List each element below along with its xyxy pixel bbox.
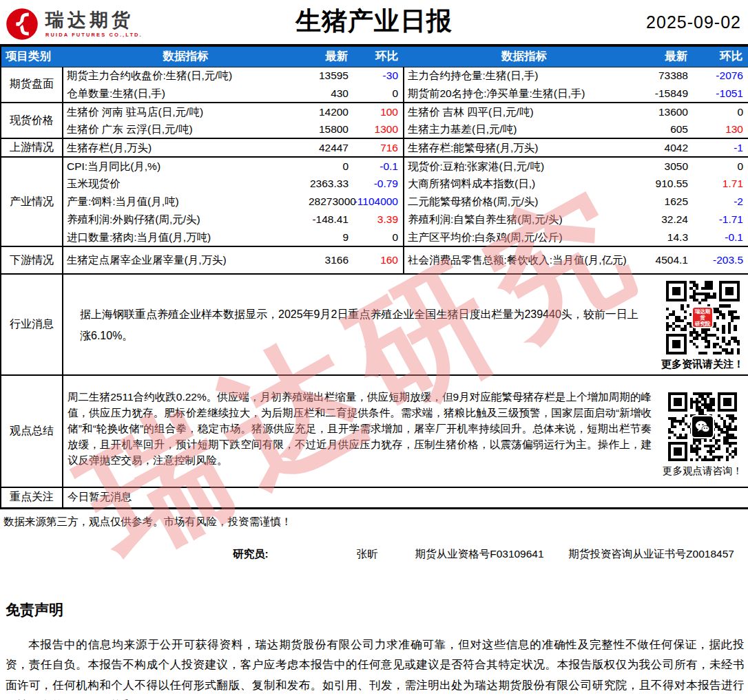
value-cell: 14200 <box>309 103 353 120</box>
column-header-latest-2: 最新 <box>645 47 693 67</box>
summary-text: 周二生猪2511合约收跌0.22%。供应端，月初养殖端出栏缩量，供应短期放缓，但… <box>63 385 657 478</box>
table-row: 现货价格 生猪价 河南 驻马店(日,元/吨) 14200 100 生猪价 吉林 … <box>1 103 748 120</box>
indicator-cell: 产量:饲料:当月值(月,吨) <box>63 193 309 211</box>
value-cell: 910.55 <box>645 175 693 193</box>
change-cell: -0.1 <box>693 229 748 246</box>
category-cell: 上游情况 <box>1 138 63 157</box>
indicator-cell: CPI:当月同比(月,%) <box>63 157 309 175</box>
indicator-cell: 养殖利润:外购仔猪(周,元/头) <box>63 211 309 229</box>
indicator-cell: 生猪价 广东 云浮(日,元/吨) <box>63 120 309 138</box>
brand-name: 瑞达期货 <box>45 11 143 30</box>
indicator-cell: 生猪定点屠宰企业屠宰量(月,万头) <box>63 246 309 274</box>
column-header-indicator-1: 数据指标 <box>63 47 309 67</box>
change-cell: 0 <box>693 157 748 175</box>
section-news: 行业消息 据上海钢联重点养殖企业样本数据显示，2025年9月2日重点养殖企业全国… <box>1 274 748 375</box>
indicator-cell: 期货主力合约收盘价:生猪(日,元/吨) <box>63 67 309 85</box>
column-header-category: 项目类别 <box>1 47 63 67</box>
change-cell: -0.1 <box>353 157 404 175</box>
column-header-latest-1: 最新 <box>309 47 353 67</box>
brand-subtitle: RUIDA FUTURES CO.,LTD. <box>45 32 143 38</box>
indicator-cell: 玉米现货价 <box>63 175 309 193</box>
section-summary: 观点总结 周二生猪2511合约收跌0.22%。供应端，月初养殖端出栏缩量，供应短… <box>1 375 748 487</box>
indicator-cell: 主产区平均价:白条鸡(周,元/公斤) <box>404 229 645 246</box>
qualification-number-2: 期货投资咨询从业证书号Z0018457 <box>569 547 734 562</box>
indicator-cell: 生猪价 河南 驻马店(日,元/吨) <box>63 103 309 120</box>
value-cell: 42447 <box>309 138 353 157</box>
category-cell: 重点关注 <box>1 487 63 508</box>
researcher-line: 研究员: 张昕 期货从业资格号F03109641 期货投资咨询从业证书号Z001… <box>233 547 748 562</box>
table-row: 产量:饲料:当月值(月,吨) 28273000 -1104000 二元能繁母猪价… <box>1 193 748 211</box>
news-cell: 据上海钢联重点养殖企业样本数据显示，2025年9月2日重点养殖企业全国生猪日度出… <box>63 274 748 375</box>
value-cell: 1625 <box>645 193 693 211</box>
table-row: 行业消息 据上海钢联重点养殖企业样本数据显示，2025年9月2日重点养殖企业全国… <box>1 274 748 375</box>
indicator-cell: 大商所猪饲料成本指数(日,) <box>404 175 645 193</box>
change-cell: -0.79 <box>353 175 404 193</box>
column-header-change-1: 环比 <box>353 47 404 67</box>
news-qr-code: 瑞达期货研究院 <box>666 281 740 354</box>
qualification-number-1: 期货从业资格号F03109641 <box>415 547 544 562</box>
change-cell: -1 <box>693 138 748 157</box>
indicator-cell: 生猪价 吉林 四平(日,元/吨) <box>404 103 645 120</box>
risk-note: 数据来源第三方，观点仅供参考。市场有风险，投资需谨慎！ <box>3 515 748 529</box>
brand-logo: 瑞达期货 RUIDA FUTURES CO.,LTD. <box>4 6 143 42</box>
category-cell: 下游情况 <box>1 246 63 274</box>
summary-qr-caption: 更多观点请咨询！ <box>663 465 742 478</box>
table-row: 产业情况 CPI:当月同比(月,%) 0 -0.1 现货价:豆粕:张家港(日,元… <box>1 157 748 175</box>
column-header-change-2: 环比 <box>693 47 748 67</box>
disclaimer-body: 本报告中的信息均来源于公开可获得资料，瑞达期货股份有限公司力求准确可靠，但对这些… <box>6 635 745 700</box>
category-cell: 观点总结 <box>1 375 63 487</box>
table-row: 仓单数量:生猪(日,手) 430 0 期货前20名持仓:净买单量:生猪(日,手)… <box>1 85 748 103</box>
value-cell: 15800 <box>309 120 353 138</box>
change-cell: -203.5 <box>693 246 748 274</box>
data-table: 项目类别 数据指标 最新 环比 数据指标 最新 环比 期货盘面 期货主力合约收盘… <box>0 47 748 509</box>
table-row: 玉米现货价 2363.33 -0.79 大商所猪饲料成本指数(日,) 910.5… <box>1 175 748 193</box>
table-row: 重点关注 今日暂无消息 <box>1 487 748 508</box>
indicator-cell: 生猪存栏(月,万头) <box>63 138 309 157</box>
indicator-cell: 社会消费品零售总额:餐饮收入:当月值(月,亿元) <box>404 246 645 274</box>
value-cell: 2363.33 <box>309 175 353 193</box>
researcher-label: 研究员: <box>233 547 269 562</box>
category-cell: 期货盘面 <box>1 67 63 103</box>
table-row: 上游情况 生猪存栏(月,万头) 42447 716 生猪存栏:能繁母猪(月,万头… <box>1 138 748 157</box>
value-cell: 4042 <box>645 138 693 157</box>
value-cell: -148.41 <box>309 211 353 229</box>
value-cell: 13600 <box>645 103 693 120</box>
change-cell: 0 <box>353 229 404 246</box>
value-cell: -15849 <box>645 85 693 103</box>
table-row: 期货盘面 期货主力合约收盘价:生猪(日,元/吨) 13595 -30 主力合约持… <box>1 67 748 85</box>
change-cell: 1.71 <box>693 175 748 193</box>
disclaimer-section: 免责声明 本报告中的信息均来源于公开可获得资料，瑞达期货股份有限公司力求准确可靠… <box>0 600 748 700</box>
news-qr-caption: 更多资讯请关注！ <box>661 358 744 371</box>
value-cell: 32.24 <box>645 211 693 229</box>
summary-cell: 周二生猪2511合约收跌0.22%。供应端，月初养殖端出栏缩量，供应短期放缓，但… <box>63 375 748 487</box>
change-cell: -2 <box>693 193 748 211</box>
value-cell: 14.3 <box>645 229 693 246</box>
value-cell: 3050 <box>645 157 693 175</box>
section-spot: 现货价格 生猪价 河南 驻马店(日,元/吨) 14200 100 生猪价 吉林 … <box>1 103 748 138</box>
section-downstream: 下游情况 生猪定点屠宰企业屠宰量(月,万头) 3166 160 社会消费品零售总… <box>1 246 748 274</box>
change-cell: 160 <box>353 246 404 274</box>
indicator-cell: 主力合约持仓量:生猪(日,手) <box>404 67 645 85</box>
indicator-cell: 生猪存栏:能繁母猪(月,万头) <box>404 138 645 157</box>
focus-text: 今日暂无消息 <box>63 487 748 508</box>
value-cell: 605 <box>645 120 693 138</box>
category-cell: 现货价格 <box>1 103 63 138</box>
table-row: 进口数量:猪肉:当月值(月,万吨) 9 0 主产区平均价:白条鸡(周,元/公斤)… <box>1 229 748 246</box>
table-row: 养殖利润:外购仔猪(周,元/头) -148.41 3.39 养殖利润:自繁自养生… <box>1 211 748 229</box>
page-title: 生猪产业日报 <box>295 4 453 39</box>
indicator-cell: 仓单数量:生猪(日,手) <box>63 85 309 103</box>
researcher-name: 张昕 <box>357 547 378 562</box>
disclaimer-heading: 免责声明 <box>6 600 745 619</box>
change-cell: 1300 <box>353 120 404 138</box>
change-cell: 100 <box>353 103 404 120</box>
change-cell: 0 <box>353 85 404 103</box>
value-cell: 13595 <box>309 67 353 85</box>
category-cell: 行业消息 <box>1 274 63 375</box>
value-cell: 28273000 <box>309 193 353 211</box>
column-header-indicator-2: 数据指标 <box>404 47 645 67</box>
change-cell: -30 <box>353 67 404 85</box>
indicator-cell: 期货前20名持仓:净买单量:生猪(日,手) <box>404 85 645 103</box>
section-industry: 产业情况 CPI:当月同比(月,%) 0 -0.1 现货价:豆粕:张家港(日,元… <box>1 157 748 246</box>
indicator-cell: 生猪主力基差(日,元/吨) <box>404 120 645 138</box>
section-upstream: 上游情况 生猪存栏(月,万头) 42447 716 生猪存栏:能繁母猪(月,万头… <box>1 138 748 157</box>
